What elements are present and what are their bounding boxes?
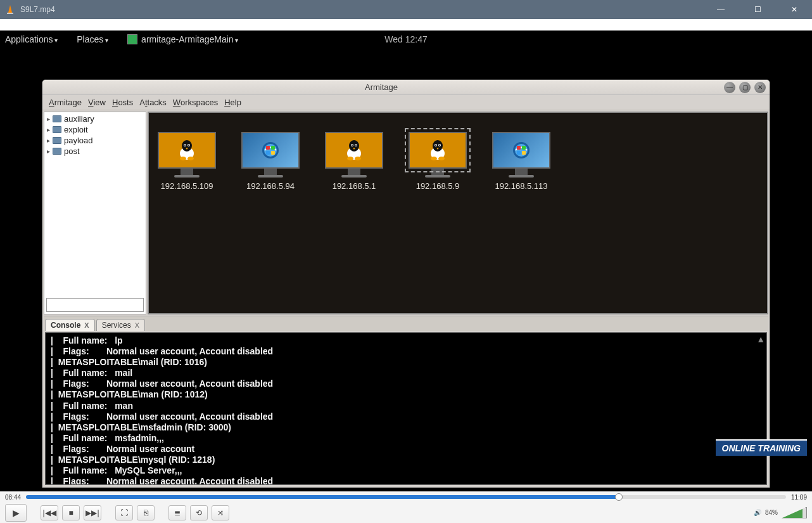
svg-point-27: [433, 140, 443, 152]
menu-help[interactable]: Help: [222, 96, 244, 108]
next-button[interactable]: ▶▶|: [84, 505, 101, 520]
applications-menu[interactable]: Applications: [5, 34, 58, 44]
window-maximize-button[interactable]: ▢: [739, 82, 751, 93]
console-output[interactable]: ▲| Full name: lp | Flags: Normal user ac…: [45, 332, 767, 485]
scroll-up-icon[interactable]: ▲: [756, 334, 765, 344]
play-button[interactable]: ▶: [5, 504, 27, 522]
taskbar-label: armitage-ArmitageMain: [141, 34, 238, 44]
host-ip-label: 192.168.5.1: [333, 181, 376, 191]
host-192-168-5-1[interactable]: 192.168.5.1: [325, 132, 383, 191]
seek-track[interactable]: [26, 495, 786, 499]
host-192-168-5-113[interactable]: 192.168.5.113: [492, 132, 550, 191]
host-ip-label: 192.168.5.109: [160, 181, 213, 191]
svg-point-18: [349, 140, 359, 152]
linux-monitor-icon: [409, 132, 467, 169]
taskbar-item-armitage[interactable]: armitage-ArmitageMain: [127, 34, 238, 44]
minimize-button[interactable]: —: [708, 0, 733, 19]
folder-icon: [53, 137, 61, 144]
fullscreen-button[interactable]: ⛶: [115, 505, 133, 520]
window-close-button[interactable]: ✕: [754, 82, 766, 93]
svg-marker-0: [8, 5, 12, 13]
svg-point-34: [438, 157, 445, 160]
armitage-menubar: Armitage View Hosts Attacks Workspaces H…: [42, 95, 770, 110]
svg-point-9: [180, 157, 186, 160]
volume-control[interactable]: 🔊 84%: [754, 507, 807, 519]
menu-attacks[interactable]: Attacks: [137, 96, 169, 108]
vlc-icon: [5, 4, 15, 15]
svg-point-3: [182, 140, 192, 152]
online-training-badge: ONLINE TRAINING: [716, 439, 807, 456]
svg-point-36: [515, 144, 528, 157]
module-search-input[interactable]: [46, 298, 144, 312]
host-192-168-5-9[interactable]: 192.168.5.9: [409, 132, 467, 191]
tab-console[interactable]: ConsoleX: [45, 319, 95, 331]
window-minimize-button[interactable]: —: [724, 82, 735, 93]
menu-view[interactable]: View: [86, 96, 108, 108]
tree-item-exploit[interactable]: exploit: [47, 124, 143, 135]
speaker-icon[interactable]: 🔊: [754, 509, 761, 516]
module-tree-panel: auxiliaryexploitpayloadpost: [44, 112, 146, 314]
module-tree[interactable]: auxiliaryexploitpayloadpost: [44, 112, 146, 296]
gnome-top-bar: Applications Places armitage-ArmitageMai…: [0, 30, 812, 48]
volume-slider[interactable]: [782, 507, 807, 519]
tab-close-icon[interactable]: X: [135, 321, 139, 329]
vlc-controls: 08:44 11:09 ▶ |◀◀ ■ ▶▶| ⛶ ⎘ ≣ ⟲ ⤨ 🔊 84%: [0, 491, 812, 523]
vlc-window-title: S9L7.mp4: [20, 5, 708, 14]
svg-point-24: [347, 157, 353, 160]
armitage-window-title: Armitage: [42, 82, 720, 92]
close-button[interactable]: ✕: [782, 0, 807, 19]
svg-rect-16: [271, 151, 275, 155]
linux-monitor-icon: [325, 132, 383, 169]
time-total: 11:09: [791, 494, 807, 501]
svg-rect-39: [517, 151, 521, 155]
tree-item-label: auxiliary: [64, 114, 94, 124]
svg-point-10: [187, 157, 194, 160]
watermark-text: PrepAway CompTIA SY0-501 Training Course…: [0, 48, 812, 59]
tree-item-label: post: [64, 146, 80, 156]
timeline[interactable]: 08:44 11:09: [0, 492, 812, 502]
seek-knob[interactable]: [615, 493, 623, 501]
menu-armitage[interactable]: Armitage: [46, 96, 84, 108]
linux-monitor-icon: [158, 132, 216, 169]
clock: Wed 12:47: [384, 34, 427, 44]
svg-point-33: [431, 157, 437, 160]
folder-icon: [53, 126, 61, 133]
playlist-button[interactable]: ≣: [168, 505, 186, 520]
shuffle-button[interactable]: ⤨: [212, 505, 229, 520]
armitage-titlebar[interactable]: Armitage — ▢ ✕: [42, 80, 770, 95]
svg-point-31: [439, 145, 440, 146]
hosts-panel[interactable]: 192.168.5.109192.168.5.94192.168.5.1192.…: [148, 112, 768, 314]
svg-point-12: [264, 144, 277, 157]
tree-item-payload[interactable]: payload: [47, 135, 143, 146]
bottom-tabs: ConsoleXServicesX: [44, 316, 768, 331]
maximize-button[interactable]: ☐: [745, 0, 770, 19]
tab-close-icon[interactable]: X: [84, 321, 89, 329]
svg-point-7: [188, 145, 189, 146]
stop-button[interactable]: ■: [62, 505, 80, 520]
tree-item-auxiliary[interactable]: auxiliary: [47, 113, 143, 124]
tab-label: Console: [51, 321, 80, 330]
volume-percent: 84%: [765, 509, 778, 516]
folder-icon: [53, 148, 61, 155]
host-ip-label: 192.168.5.9: [416, 181, 460, 191]
windows-monitor-icon: [241, 132, 300, 169]
svg-point-6: [184, 145, 186, 146]
time-elapsed: 08:44: [5, 494, 21, 501]
armitage-window: Armitage — ▢ ✕ Armitage View Hosts Attac…: [42, 79, 770, 488]
places-menu[interactable]: Places: [77, 34, 108, 44]
video-frame: Applications Places armitage-ArmitageMai…: [0, 19, 812, 491]
svg-rect-14: [271, 146, 275, 150]
host-192-168-5-109[interactable]: 192.168.5.109: [158, 132, 216, 191]
svg-rect-38: [522, 146, 526, 150]
tab-services[interactable]: ServicesX: [96, 319, 145, 331]
menu-hosts[interactable]: Hosts: [110, 96, 136, 108]
loop-button[interactable]: ⟲: [190, 505, 208, 520]
host-192-168-5-94[interactable]: 192.168.5.94: [241, 132, 300, 191]
host-ip-label: 192.168.5.94: [246, 181, 295, 191]
tree-item-post[interactable]: post: [47, 146, 143, 157]
prev-button[interactable]: |◀◀: [41, 505, 58, 520]
svg-point-21: [352, 145, 353, 146]
menu-workspaces[interactable]: Workspaces: [170, 96, 220, 108]
tab-label: Services: [102, 321, 131, 330]
ext-settings-button[interactable]: ⎘: [137, 505, 155, 520]
